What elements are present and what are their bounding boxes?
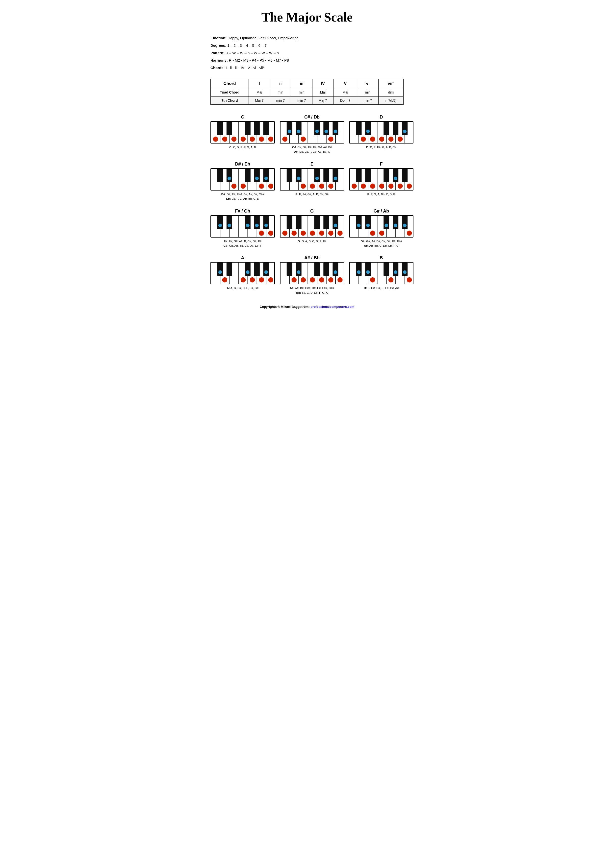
svg-point-207 [328,277,334,282]
key-title-FsharpGb: F# / Gb [235,209,250,214]
key-notes-GsharpAb: G#: G#, A#, B#, C#, D#, E#, F##Ab: Ab, B… [361,239,402,248]
svg-rect-18 [263,122,269,135]
svg-point-154 [334,223,337,227]
svg-rect-114 [402,169,407,182]
piano-item-FsharpGb: F# / GbF#: F#, G#, A#, B, C#, D#, E#Gb: … [210,209,275,248]
piano-keyboard-GsharpAb [349,215,413,237]
key-notes-G: G: G, A, B, C, D, E, F# [298,239,326,243]
copyright-text: Copyrights © Mikael Baggström: [260,305,311,308]
svg-point-115 [394,177,397,180]
svg-rect-54 [393,122,398,135]
svg-point-37 [325,130,328,133]
svg-point-147 [300,230,306,236]
svg-point-132 [264,223,268,227]
svg-point-163 [370,230,375,236]
svg-point-65 [231,184,236,189]
piano-item-D: DD: D, E, F#, G, A, B, C# [349,115,413,154]
piano-keyboard-E [280,168,344,191]
piano-item-A: AA: A, B, C#, D, E, F#, G# [210,255,275,295]
piano-keyboard-F [349,168,413,191]
svg-point-26 [282,136,288,142]
key-title-E: E [311,161,314,167]
chords-label: Chords: [210,65,225,70]
key-title-G: G [310,209,314,214]
svg-point-192 [218,270,222,274]
key-notes-D: D: D, E, F#, G, A, B, C# [366,145,396,149]
svg-rect-51 [356,122,361,135]
svg-point-36 [315,130,319,133]
svg-point-76 [264,177,268,180]
piano-keyboard-FsharpGb [210,215,275,237]
svg-rect-227 [384,262,389,276]
svg-point-162 [407,230,412,236]
key-notes-E: E: E, F#, G#, A, B, C#, D# [295,192,328,197]
svg-point-205 [310,277,315,282]
svg-point-46 [361,136,366,142]
svg-point-174 [384,223,388,227]
svg-point-7 [213,136,218,142]
svg-point-38 [334,130,337,133]
key-title-F: F [380,161,383,167]
svg-rect-188 [227,262,232,276]
svg-rect-15 [227,122,232,135]
svg-rect-112 [384,169,389,182]
emotion-value: Happy, Optimistic, Feel Good, Empowering [227,36,298,40]
svg-point-12 [259,136,264,142]
svg-point-222 [407,277,412,282]
svg-point-204 [300,277,306,282]
svg-point-134 [227,223,231,227]
svg-point-230 [357,270,361,274]
svg-rect-210 [314,262,320,276]
key-title-GsharpAb: G# / Ab [374,209,389,214]
degrees-label: Degrees: [210,43,226,48]
svg-point-193 [246,270,249,274]
svg-point-105 [398,184,403,189]
svg-point-34 [288,130,291,133]
key-notes-DsharpEb: D#: D#, E#, F##, G#, A#, B#, C##Eb: Eb, … [221,192,264,201]
piano-item-CsharpDb: C# / DbC#: C#, D#, E#, F#, G#, A#, B#Db:… [280,115,344,154]
svg-point-144 [337,230,343,236]
svg-point-10 [241,136,246,142]
svg-rect-150 [296,216,301,229]
svg-point-185 [241,277,246,282]
piano-item-G: GG: G, A, B, C, D, E, F# [280,209,344,248]
svg-point-172 [357,223,361,227]
svg-rect-190 [254,262,260,276]
svg-point-183 [268,277,273,282]
svg-point-47 [370,136,375,142]
key-title-D: D [380,115,383,120]
svg-point-93 [297,177,300,180]
svg-point-50 [398,136,403,142]
key-title-C: C [241,115,244,120]
key-title-A: A [241,255,244,260]
svg-point-143 [328,230,334,236]
svg-rect-149 [287,216,292,229]
degrees-value: 1 – 2 – 3 – 4 – 5 – 6 – 7 [227,43,266,48]
svg-point-94 [315,177,319,180]
svg-point-194 [264,270,268,274]
svg-point-85 [310,184,315,189]
svg-rect-53 [384,122,389,135]
key-notes-F: F: F, G, A, Bb, C, D, E [367,192,395,197]
copyright-link[interactable]: professionalcomposers.com [311,305,354,308]
svg-rect-91 [323,169,329,182]
svg-point-95 [334,177,337,180]
svg-point-104 [389,184,394,189]
svg-point-108 [361,184,366,189]
svg-point-11 [250,136,255,142]
key-title-CsharpDb: C# / Db [304,115,320,120]
key-notes-AsharpBb: A#: A#, B#, C##, D#, E#, F##, G##Bb: Bb,… [290,286,334,295]
svg-point-224 [389,277,394,282]
svg-point-57 [403,130,407,133]
svg-point-202 [337,277,343,282]
key-notes-C: C: C, D, E, F, G, A, B [229,145,256,149]
harmony-label: Harmony: [210,58,228,62]
key-title-DsharpEb: D# / Eb [235,161,250,167]
key-notes-B: B: B, C#, D#, E, F#, G#, A# [364,286,399,290]
piano-item-C: CC: C, D, E, F, G, A, B [210,115,275,154]
svg-rect-14 [218,122,223,135]
svg-point-130 [246,223,249,227]
emotion-label: Emotion: [210,36,227,40]
svg-point-145 [282,230,288,236]
svg-point-131 [255,223,259,227]
